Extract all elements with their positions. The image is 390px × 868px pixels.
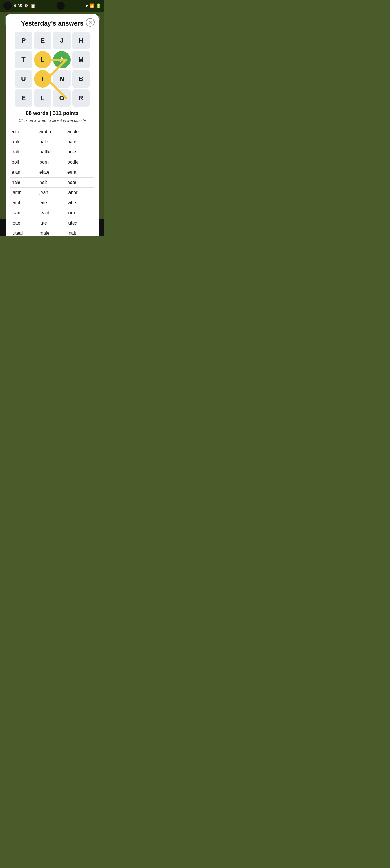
letter-cell-r3-c2: O [53,89,70,107]
word-item[interactable]: lutea [66,218,94,228]
word-item[interactable]: elan [10,167,38,178]
battery-icon: 🔋 [96,3,101,8]
letter-cell-r0-c1: E [34,32,51,49]
letter-cell-r3-c0: E [15,89,32,107]
word-item[interactable]: bole [66,147,94,157]
word-item[interactable]: ambo [38,127,66,137]
word-item[interactable]: male [38,228,66,236]
word-item[interactable]: lorn [66,208,94,218]
status-bar: 9:35 ⚙ 📋 ▾ 📶 🔋 [0,0,104,11]
letter-cell-r0-c3: H [72,32,90,49]
stats-line: 68 words | 311 points [10,110,94,116]
word-item[interactable]: bale [38,137,66,147]
letter-cell-r2-c2: N [53,70,70,88]
word-item[interactable]: batt [10,147,38,157]
word-item[interactable]: late [38,198,66,208]
modal-title: Yesterday's answers [10,20,94,27]
word-item[interactable]: bolt [10,157,38,167]
letter-cell-r1-c1: L [34,51,51,68]
letter-cell-r1-c0: T [15,51,32,68]
word-list: altoamboanoleantebalebatebattbattleboleb… [10,127,94,236]
letter-cell-r2-c1: T [34,70,51,88]
center-circle [57,2,65,10]
letter-cell-r3-c1: L [34,89,51,107]
word-item[interactable]: lean [10,208,38,218]
word-item[interactable]: born [38,157,66,167]
clipboard-icon: 📋 [30,3,35,8]
word-item[interactable]: alto [10,127,38,137]
word-item[interactable]: hate [66,178,94,188]
word-item[interactable]: bate [66,137,94,147]
word-item[interactable]: jean [38,188,66,198]
camera-circle [3,2,11,10]
letter-cell-r0-c2: J [53,32,70,49]
word-item[interactable]: leant [38,208,66,218]
word-item[interactable]: jamb [10,188,38,198]
word-item[interactable]: ante [10,137,38,147]
word-item[interactable]: hale [10,178,38,188]
word-item[interactable]: lute [38,218,66,228]
word-item[interactable]: malt [66,228,94,236]
word-item[interactable]: latte [66,198,94,208]
hint-line: Click on a word to see it in the puzzle [10,118,94,123]
status-left: 9:35 ⚙ 📋 [3,2,35,10]
word-item[interactable]: labor [66,188,94,198]
word-item[interactable]: anole [66,127,94,137]
word-item[interactable]: battle [38,147,66,157]
letter-cell-r0-c0: P [15,32,32,49]
wifi-icon: ▾ [86,3,88,8]
word-item[interactable]: lamb [10,198,38,208]
close-icon: ✕ [89,20,92,25]
word-item[interactable]: halt [38,178,66,188]
letter-cell-r1-c2: A [53,51,70,68]
modal-overlay: ✕ Yesterday's answers PEJHTLAMUTNBELOR 6… [0,11,104,219]
status-right: ▾ 📶 🔋 [86,3,101,8]
letter-cell-r1-c3: M [72,51,90,68]
letter-cell-r2-c0: U [15,70,32,88]
word-item[interactable]: luteal [10,228,38,236]
time-display: 9:35 [14,3,22,8]
app-background: S ? 272 ✕ Yesterday's answers PEJHTLAMUT… [0,11,104,219]
settings-icon: ⚙ [24,3,28,8]
word-item[interactable]: elate [38,167,66,178]
word-item[interactable]: lotte [10,218,38,228]
word-item[interactable]: bottle [66,157,94,167]
letter-cell-r2-c3: B [72,70,90,88]
close-button[interactable]: ✕ [86,18,95,27]
signal-icon: 📶 [89,3,94,8]
word-item[interactable]: etna [66,167,94,178]
letter-cell-r3-c3: R [72,89,90,107]
answers-modal: ✕ Yesterday's answers PEJHTLAMUTNBELOR 6… [6,14,99,236]
letter-grid: PEJHTLAMUTNBELOR [10,32,94,107]
